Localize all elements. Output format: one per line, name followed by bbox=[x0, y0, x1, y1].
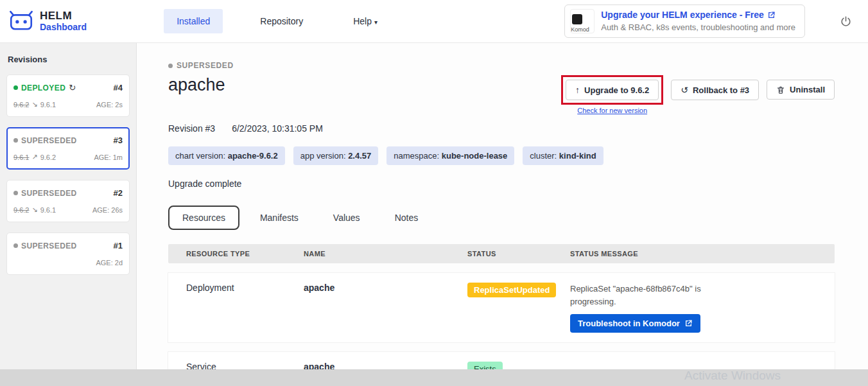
revision-number: #4 bbox=[114, 83, 123, 92]
table-row-deployment: Deployment apache ReplicaSetUpdated Repl… bbox=[168, 273, 835, 342]
promo-subtitle: Auth & RBAC, k8s events, troubleshooting… bbox=[601, 22, 795, 34]
external-link-icon bbox=[767, 11, 776, 19]
version-new: 9.6.1 bbox=[40, 206, 56, 214]
revision-card-3[interactable]: SUPERSEDED #3 9.6.1 ↗ 9.6.2 AGE: 1m bbox=[6, 127, 130, 170]
col-header-status-message: STATUS MESSAGE bbox=[561, 244, 835, 263]
promo-texts: Upgrade your HELM experience - Free Auth… bbox=[601, 8, 795, 33]
version-arrow-icon: ↗ bbox=[31, 153, 37, 161]
col-header-name: NAME bbox=[295, 244, 458, 263]
header: HELM Dashboard Installed Repository Help… bbox=[0, 0, 868, 43]
rollback-button-label: Rollback to #3 bbox=[693, 85, 749, 95]
uninstall-button-label: Uninstall bbox=[790, 85, 825, 94]
badge-value: apache-9.6.2 bbox=[228, 151, 278, 161]
upgrade-button[interactable]: ↑ Upgrade to 9.6.2 bbox=[566, 80, 659, 100]
upgrade-wrap: ↑ Upgrade to 9.6.2 Check for new version bbox=[561, 75, 663, 114]
logo-title: HELM bbox=[40, 10, 87, 22]
trash-icon bbox=[776, 85, 785, 94]
nav-repository[interactable]: Repository bbox=[247, 9, 316, 33]
komodor-logo-text: Komod bbox=[571, 26, 589, 33]
rollback-button[interactable]: ↺ Rollback to #3 bbox=[671, 80, 759, 100]
cluster-badge: cluster: kind-kind bbox=[523, 146, 603, 165]
nav-help-label: Help bbox=[353, 16, 372, 26]
revision-status: SUPERSEDED bbox=[21, 241, 77, 250]
revision-card-1-bottom: AGE: 2d bbox=[13, 258, 123, 267]
komodor-promo-banner[interactable]: Komod Upgrade your HELM experience - Fre… bbox=[564, 4, 805, 38]
tab-notes[interactable]: Notes bbox=[381, 206, 433, 230]
revision-card-4[interactable]: DEPLOYED ↻ #4 9.6.2 ↘ 9.6.1 AGE: 2s bbox=[6, 75, 130, 117]
badge-value: kube-node-lease bbox=[442, 151, 508, 161]
komodor-logo: Komod bbox=[570, 9, 595, 33]
external-link-icon bbox=[684, 319, 693, 328]
uninstall-button[interactable]: Uninstall bbox=[767, 80, 835, 100]
nav-installed[interactable]: Installed bbox=[164, 9, 223, 33]
logo-subtitle: Dashboard bbox=[40, 22, 87, 32]
release-status-dot bbox=[168, 64, 173, 68]
komodor-logo-mark bbox=[572, 14, 582, 24]
badge-value: kind-kind bbox=[559, 151, 596, 161]
status-dot-superseded bbox=[13, 191, 18, 195]
revisions-sidebar: Revisions DEPLOYED ↻ #4 9.6.2 ↘ 9.6.1 AG… bbox=[0, 43, 137, 369]
version-old: 9.6.2 bbox=[13, 206, 29, 214]
badge-label: cluster: bbox=[530, 151, 559, 161]
power-icon[interactable] bbox=[835, 10, 856, 32]
version-old: 9.6.1 bbox=[13, 154, 29, 161]
revision-age: AGE: 2s bbox=[96, 101, 123, 109]
status-dot-superseded bbox=[13, 138, 18, 143]
annotation-red-box: ↑ Upgrade to 9.6.2 bbox=[561, 75, 663, 105]
status-dot-deployed bbox=[13, 85, 18, 90]
app-version-badge: app version: 2.4.57 bbox=[293, 146, 379, 165]
badge-value: 2.4.57 bbox=[348, 151, 371, 161]
release-status-label: SUPERSEDED bbox=[177, 61, 234, 70]
badge-label: namespace: bbox=[394, 151, 441, 161]
badge-label: chart version: bbox=[175, 151, 228, 161]
revision-card-1-top: SUPERSEDED #1 bbox=[13, 241, 123, 250]
badge-label: app version: bbox=[300, 151, 348, 161]
revision-number: #2 bbox=[114, 188, 123, 198]
version-new: 9.6.1 bbox=[40, 101, 56, 109]
revision-card-4-bottom: 9.6.2 ↘ 9.6.1 AGE: 2s bbox=[13, 100, 123, 109]
cell-name: apache bbox=[295, 273, 458, 342]
promo-link[interactable]: Upgrade your HELM experience - Free bbox=[601, 8, 795, 21]
helm-logo[interactable]: HELM Dashboard bbox=[8, 10, 87, 33]
main-nav: Installed Repository Help▾ bbox=[164, 9, 390, 33]
promo-link-label: Upgrade your HELM experience - Free bbox=[601, 8, 764, 21]
nav-help[interactable]: Help▾ bbox=[340, 9, 390, 33]
tab-values[interactable]: Values bbox=[319, 206, 374, 230]
revision-card-3-bottom: 9.6.1 ↗ 9.6.2 AGE: 1m bbox=[13, 153, 123, 161]
revision-card-3-top: SUPERSEDED #3 bbox=[13, 136, 123, 145]
cell-status: Exists bbox=[458, 352, 561, 369]
version-arrow-icon: ↘ bbox=[31, 100, 37, 109]
upgrade-arrow-icon: ↑ bbox=[575, 85, 580, 95]
cell-status: ReplicaSetUpdated bbox=[458, 273, 561, 342]
revision-age: AGE: 26s bbox=[92, 206, 123, 214]
table-header-row: RESOURCE TYPE NAME STATUS STATUS MESSAGE bbox=[168, 244, 835, 263]
version-arrow-icon: ↘ bbox=[31, 206, 37, 214]
tabs: Resources Manifests Values Notes bbox=[168, 206, 835, 230]
revision-status: DEPLOYED bbox=[21, 83, 65, 92]
status-badge-exists: Exists bbox=[467, 362, 503, 369]
troubleshoot-button[interactable]: Troubleshoot in Komodor bbox=[570, 314, 700, 333]
revision-card-1[interactable]: SUPERSEDED #1 AGE: 2d bbox=[6, 232, 130, 275]
tab-manifests[interactable]: Manifests bbox=[246, 206, 313, 230]
check-new-version-link[interactable]: Check for new version bbox=[577, 107, 647, 114]
release-title: apache bbox=[168, 75, 225, 95]
namespace-badge: namespace: kube-node-lease bbox=[386, 146, 514, 165]
release-description: Upgrade complete bbox=[168, 179, 835, 189]
revision-card-2[interactable]: SUPERSEDED #2 9.6.2 ↘ 9.6.1 AGE: 26s bbox=[6, 180, 130, 222]
main-content: SUPERSEDED apache ↑ Upgrade to 9.6.2 Che… bbox=[137, 43, 868, 369]
version-old: 9.6.2 bbox=[13, 101, 29, 109]
rollback-icon: ↺ bbox=[681, 85, 688, 95]
table-row-service: Service apache Exists bbox=[168, 352, 835, 369]
cell-resource-type: Deployment bbox=[168, 273, 295, 342]
troubleshoot-button-label: Troubleshoot in Komodor bbox=[578, 319, 680, 328]
revision-card-2-bottom: 9.6.2 ↘ 9.6.1 AGE: 26s bbox=[13, 206, 123, 214]
revision-number: #1 bbox=[114, 241, 123, 250]
revision-date: 6/2/2023, 10:31:05 PM bbox=[232, 123, 323, 134]
tab-resources[interactable]: Resources bbox=[168, 206, 239, 230]
revision-card-4-top: DEPLOYED ↻ #4 bbox=[13, 83, 123, 92]
revisions-title: Revisions bbox=[6, 55, 130, 64]
col-header-resource-type: RESOURCE TYPE bbox=[168, 244, 295, 263]
status-dot-superseded bbox=[13, 243, 18, 248]
reload-icon[interactable]: ↻ bbox=[69, 83, 76, 92]
logo-text: HELM Dashboard bbox=[40, 10, 87, 32]
